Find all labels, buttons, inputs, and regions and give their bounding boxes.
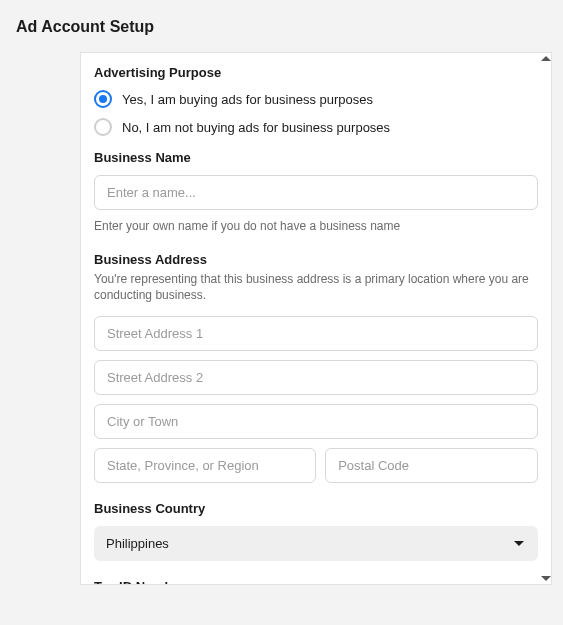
advertising-purpose-heading: Advertising Purpose [94, 65, 538, 80]
radio-label-no: No, I am not buying ads for business pur… [122, 120, 390, 135]
business-address-help: You're representing that this business a… [94, 271, 538, 303]
region-field[interactable] [94, 448, 316, 483]
form-panel: Advertising Purpose Yes, I am buying ads… [80, 52, 552, 585]
form-scroll-area[interactable]: Advertising Purpose Yes, I am buying ads… [81, 53, 551, 584]
tax-id-heading: Tax ID Number [94, 579, 538, 584]
radio-label-yes: Yes, I am buying ads for business purpos… [122, 92, 373, 107]
street-address-1-field[interactable] [94, 316, 538, 351]
radio-icon [94, 90, 112, 108]
business-name-help: Enter your own name if you do not have a… [94, 218, 538, 234]
section-business-country: Business Country Philippines [94, 501, 538, 561]
city-field[interactable] [94, 404, 538, 439]
business-address-heading: Business Address [94, 252, 538, 267]
business-country-heading: Business Country [94, 501, 538, 516]
business-name-field[interactable] [94, 175, 538, 210]
section-tax-id: Tax ID Number [94, 579, 538, 584]
postal-code-field[interactable] [325, 448, 538, 483]
page-title: Ad Account Setup [0, 0, 563, 50]
business-name-heading: Business Name [94, 150, 538, 165]
street-address-2-field[interactable] [94, 360, 538, 395]
business-country-select[interactable]: Philippines [94, 526, 538, 561]
section-advertising-purpose: Advertising Purpose Yes, I am buying ads… [94, 65, 538, 136]
radio-option-yes[interactable]: Yes, I am buying ads for business purpos… [94, 90, 538, 108]
scroll-down-icon[interactable] [541, 576, 551, 581]
scroll-up-icon[interactable] [541, 56, 551, 61]
chevron-down-icon [514, 541, 524, 546]
radio-icon [94, 118, 112, 136]
section-business-address: Business Address You're representing tha… [94, 252, 538, 482]
section-business-name: Business Name Enter your own name if you… [94, 150, 538, 234]
radio-option-no[interactable]: No, I am not buying ads for business pur… [94, 118, 538, 136]
business-country-value: Philippines [106, 536, 169, 551]
